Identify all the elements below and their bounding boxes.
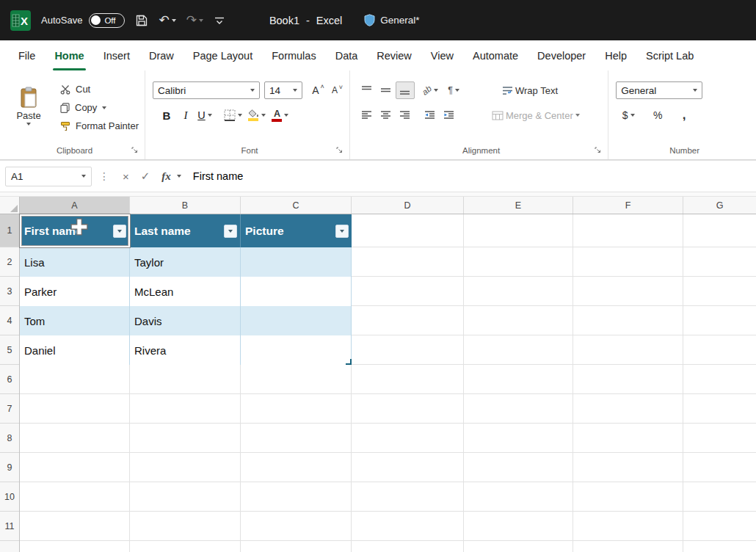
percent-style-button[interactable]: % [648, 106, 667, 124]
borders-button[interactable] [223, 106, 243, 124]
column-header-g[interactable]: G [683, 197, 756, 214]
tab-view[interactable]: View [421, 40, 463, 70]
increase-font-size-button[interactable]: A˄ [308, 81, 327, 99]
copy-menu-chevron-icon[interactable] [102, 106, 106, 109]
cell-b2[interactable]: Taylor [130, 247, 241, 277]
column-header-a[interactable]: A [20, 197, 130, 214]
font-color-button[interactable]: A [271, 106, 290, 124]
row-header-10[interactable]: 10 [0, 482, 19, 512]
autosave-switch[interactable]: Off [89, 13, 125, 28]
font-dialog-launcher-icon[interactable] [336, 146, 343, 155]
tab-help[interactable]: Help [595, 40, 636, 70]
formula-bar-value[interactable]: First name [193, 170, 244, 182]
cancel-button[interactable]: × [117, 170, 135, 183]
cell-a1[interactable]: First name [20, 214, 130, 247]
font-name-combobox[interactable]: Calibri [153, 81, 260, 99]
tab-formulas[interactable]: Formulas [262, 40, 325, 70]
row-header-3[interactable]: 3 [0, 277, 19, 306]
row-header-4[interactable]: 4 [0, 306, 19, 335]
insert-function-button[interactable]: fx [156, 170, 177, 183]
filter-button-last-name[interactable] [224, 225, 237, 238]
orientation-button[interactable]: ab [421, 81, 440, 99]
bold-button[interactable]: B [157, 106, 176, 124]
underline-button[interactable]: U [195, 106, 214, 124]
cell-c2[interactable] [241, 247, 352, 277]
align-center-button[interactable] [377, 106, 396, 124]
orientation-chevron-icon[interactable] [434, 89, 438, 92]
formula-bar-gripper[interactable]: ⋮ [99, 170, 109, 182]
table-resize-handle[interactable] [346, 359, 352, 365]
tab-review[interactable]: Review [367, 40, 421, 70]
font-color-chevron-icon[interactable] [284, 114, 288, 117]
clipboard-dialog-launcher-icon[interactable] [131, 146, 138, 155]
tab-page-layout[interactable]: Page Layout [183, 40, 262, 70]
row-header-9[interactable]: 9 [0, 453, 19, 482]
redo-button[interactable]: ↷ [186, 14, 203, 26]
number-format-chevron-icon[interactable] [693, 89, 697, 92]
select-all-button[interactable] [0, 197, 20, 214]
tab-data[interactable]: Data [326, 40, 368, 70]
filter-button-picture[interactable] [335, 225, 349, 238]
column-header-c[interactable]: C [241, 197, 352, 214]
cell-a4[interactable]: Tom [20, 306, 130, 335]
cell-b3[interactable]: McLean [130, 277, 241, 306]
cut-button[interactable]: Cut [57, 80, 142, 98]
increase-indent-button[interactable] [440, 106, 459, 124]
tab-draw[interactable]: Draw [139, 40, 183, 70]
align-right-button[interactable] [396, 106, 415, 124]
paste-menu-chevron-icon[interactable] [26, 123, 31, 126]
row-header-8[interactable]: 8 [0, 424, 19, 453]
alignment-dialog-launcher-icon[interactable] [595, 146, 601, 155]
name-box[interactable]: A1 [5, 167, 92, 186]
cell-c1[interactable]: Picture [241, 214, 352, 247]
name-box-chevron-icon[interactable] [81, 175, 86, 178]
excel-app-icon[interactable]: X [10, 10, 31, 31]
customize-quick-access-toolbar-button[interactable] [214, 15, 225, 26]
save-button[interactable] [135, 14, 148, 27]
row-header-1[interactable]: 1 [0, 214, 19, 247]
tab-home[interactable]: Home [45, 40, 93, 70]
fill-color-chevron-icon[interactable] [261, 114, 266, 117]
number-format-combobox[interactable]: General [616, 81, 702, 99]
decrease-indent-button[interactable] [421, 106, 440, 124]
cell-b4[interactable]: Davis [130, 306, 241, 335]
autosave-toggle[interactable]: AutoSave Off [41, 13, 125, 28]
tab-script-lab[interactable]: Script Lab [636, 40, 703, 70]
cell-c4[interactable] [241, 306, 352, 335]
column-header-b[interactable]: B [130, 197, 241, 214]
row-header-partial[interactable] [0, 541, 19, 552]
undo-button[interactable]: ↶ [159, 14, 175, 26]
cell-b1[interactable]: Last name [130, 214, 241, 247]
paste-button[interactable]: Paste [7, 80, 50, 130]
tab-insert[interactable]: Insert [94, 40, 139, 70]
cell-c3[interactable] [241, 277, 352, 306]
row-header-7[interactable]: 7 [0, 394, 19, 424]
accounting-chevron-icon[interactable] [630, 114, 635, 117]
tab-developer[interactable]: Developer [528, 40, 595, 70]
row-header-6[interactable]: 6 [0, 365, 19, 394]
fill-color-button[interactable] [247, 106, 266, 124]
borders-chevron-icon[interactable] [238, 114, 242, 117]
column-header-d[interactable]: D [352, 197, 464, 214]
align-middle-button[interactable] [377, 81, 396, 99]
font-size-chevron-icon[interactable] [293, 89, 297, 92]
column-header-f[interactable]: F [573, 197, 683, 214]
formula-bar-chevron-icon[interactable] [177, 175, 181, 178]
align-left-button[interactable] [357, 106, 377, 124]
decrease-font-size-button[interactable]: A˅ [327, 81, 346, 99]
accounting-format-button[interactable]: $ [619, 106, 638, 124]
merge-center-button[interactable]: Merge & Center [491, 106, 581, 124]
align-top-button[interactable] [357, 81, 377, 99]
italic-button[interactable]: I [176, 106, 195, 124]
font-size-combobox[interactable]: 14 [264, 81, 302, 99]
reading-order-chevron-icon[interactable] [455, 89, 459, 92]
enter-button[interactable]: ✓ [135, 170, 156, 183]
font-name-chevron-icon[interactable] [250, 89, 255, 92]
cell-a3[interactable]: Parker [20, 277, 130, 306]
cell-b5[interactable]: Rivera [130, 335, 241, 365]
row-header-2[interactable]: 2 [0, 247, 19, 277]
copy-button[interactable]: Copy [57, 98, 142, 117]
column-header-e[interactable]: E [464, 197, 573, 214]
cell-a5[interactable]: Daniel [20, 335, 130, 365]
row-header-11[interactable]: 11 [0, 512, 19, 541]
